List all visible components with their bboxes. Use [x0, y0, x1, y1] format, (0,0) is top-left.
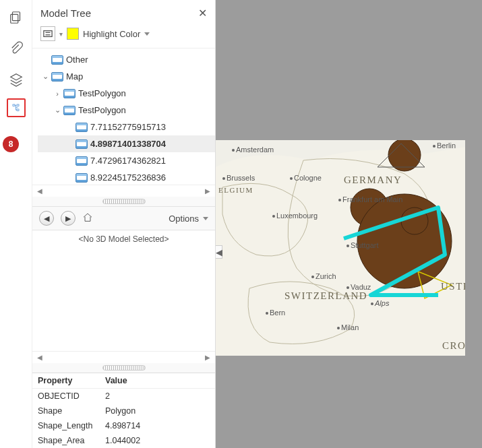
svg-point-28 — [338, 199, 341, 201]
svg-point-22 — [433, 145, 435, 148]
nav-toolbar: ◀ ▶ Options — [32, 206, 215, 230]
tree-node[interactable]: ›4.89871401338704 — [38, 135, 215, 152]
node-icon — [63, 106, 76, 115]
svg-rect-4 — [17, 109, 19, 111]
model-view-pane: <No 3D Model Selected> ◀▶ — [32, 230, 215, 373]
svg-rect-1 — [10, 14, 18, 23]
tree-node[interactable]: ›7.47296174362821 — [38, 152, 215, 169]
panel-collapse-handle[interactable]: ◀ — [216, 245, 222, 259]
tree-node[interactable]: ⌄Map — [38, 68, 215, 85]
node-icon — [76, 139, 88, 149]
model-tree-icon[interactable] — [7, 98, 26, 117]
svg-rect-0 — [12, 12, 20, 21]
splitter-handle-2[interactable] — [32, 363, 215, 373]
svg-text:Bern: Bern — [270, 309, 285, 317]
svg-point-34 — [311, 276, 314, 278]
property-value: Polygon — [105, 406, 210, 416]
property-row: ShapePolygon — [32, 404, 215, 418]
node-icon — [51, 72, 63, 82]
layers-icon[interactable] — [7, 70, 26, 89]
node-icon — [63, 89, 76, 98]
node-label: 4.89871401338704 — [90, 139, 166, 149]
chevron-down-icon[interactable]: ⌄ — [40, 72, 50, 81]
svg-rect-3 — [17, 104, 19, 106]
svg-text:Brussels: Brussels — [227, 174, 255, 182]
node-icon — [76, 123, 88, 132]
node-icon — [76, 173, 88, 183]
svg-text:Zurich: Zurich — [315, 272, 336, 280]
tree-node[interactable]: ›Other — [38, 51, 215, 68]
chevron-right-icon[interactable]: › — [53, 90, 62, 98]
no-model-text: <No 3D Model Selected> — [32, 230, 215, 248]
chevron-down-icon[interactable]: ⌄ — [53, 106, 62, 115]
node-label: 7.47296174362821 — [90, 156, 166, 166]
svg-point-30 — [272, 215, 275, 218]
properties-table: Property Value OBJECTID2ShapePolygonShap… — [32, 373, 215, 448]
tree-node[interactable]: ›7.71152775915713 — [38, 119, 215, 135]
nav-back-button[interactable]: ◀ — [39, 211, 54, 226]
model-horizontal-scrollbar[interactable]: ◀▶ — [32, 351, 215, 363]
svg-point-9 — [388, 140, 421, 171]
attachments-icon[interactable] — [7, 39, 26, 58]
node-label: 8.92245175236836 — [90, 172, 166, 183]
property-value: 4.898714 — [105, 421, 210, 430]
svg-text:Luxembourg: Luxembourg — [276, 212, 318, 220]
panel-title: Model Tree — [40, 7, 91, 19]
model-tree-panel: Model Tree ✕ ▾ Highlight Color ›Other⌄Ma… — [32, 0, 216, 448]
map-view: GERMANYELGIUMSWITZERLANDCROUSTR Amsterda… — [216, 140, 465, 356]
tree-horizontal-scrollbar[interactable]: ◀▶ — [32, 185, 215, 197]
tree-node[interactable]: ›8.92245175236836 — [38, 169, 215, 185]
options-label: Options — [169, 214, 199, 224]
svg-text:ELGIUM: ELGIUM — [218, 186, 253, 194]
svg-rect-5 — [44, 31, 52, 37]
property-name: OBJECTID — [38, 391, 105, 401]
svg-point-32 — [347, 245, 349, 247]
home-button[interactable] — [82, 212, 93, 225]
close-panel-icon[interactable]: ✕ — [198, 7, 207, 20]
property-name: Shape — [38, 406, 105, 416]
highlight-color-caret-icon[interactable] — [144, 32, 150, 36]
property-header: Property — [38, 376, 105, 385]
svg-point-20 — [232, 149, 235, 152]
nav-forward-button[interactable]: ▶ — [61, 211, 76, 226]
svg-rect-2 — [13, 104, 15, 106]
highlight-color-swatch[interactable] — [67, 28, 79, 40]
svg-point-26 — [290, 177, 293, 180]
property-row: OBJECTID2 — [32, 389, 215, 404]
node-label: TestPolygon — [78, 105, 126, 115]
tree-node[interactable]: ›TestPolygon — [38, 85, 215, 102]
svg-text:Vaduz: Vaduz — [351, 283, 371, 291]
svg-point-38 — [347, 286, 349, 289]
tree-scroll[interactable]: ›Other⌄Map›TestPolygon⌄TestPolygon›7.711… — [38, 51, 215, 185]
svg-point-36 — [266, 312, 268, 315]
svg-text:Milan: Milan — [341, 323, 359, 331]
node-label: Other — [66, 55, 88, 65]
svg-text:Frankfurt am Main: Frankfurt am Main — [342, 195, 402, 203]
highlight-color-label: Highlight Color — [83, 29, 140, 39]
property-value: 1.044002 — [105, 436, 210, 445]
property-value: 2 — [105, 391, 210, 401]
property-row: Shape_Area1.044002 — [32, 433, 215, 448]
expand-collapse-button[interactable] — [40, 26, 55, 41]
options-menu[interactable]: Options — [169, 214, 208, 224]
property-name: Shape_Area — [38, 436, 105, 445]
callout-badge: 8 — [3, 136, 19, 152]
document-canvas[interactable]: GERMANYELGIUMSWITZERLANDCROUSTR Amsterda… — [216, 0, 482, 448]
options-caret-icon — [203, 217, 208, 220]
pages-icon[interactable] — [7, 8, 26, 27]
property-row: Shape_Length4.898714 — [32, 418, 215, 433]
node-label: 7.71152775915713 — [90, 122, 166, 132]
svg-text:CRO: CRO — [442, 340, 465, 351]
svg-text:Cologne: Cologne — [294, 174, 322, 182]
svg-point-40 — [337, 327, 340, 329]
svg-text:USTR: USTR — [441, 281, 465, 292]
node-label: Map — [66, 71, 83, 82]
splitter-handle[interactable] — [32, 197, 215, 206]
tree-node[interactable]: ⌄TestPolygon — [38, 102, 215, 119]
dropdown-caret-icon[interactable]: ▾ — [59, 30, 63, 38]
svg-point-24 — [222, 177, 225, 180]
svg-text:Amsterdam: Amsterdam — [236, 146, 274, 154]
svg-text:SWITZERLAND: SWITZERLAND — [284, 290, 367, 301]
svg-text:Alps: Alps — [374, 299, 390, 307]
property-name: Shape_Length — [38, 421, 105, 430]
